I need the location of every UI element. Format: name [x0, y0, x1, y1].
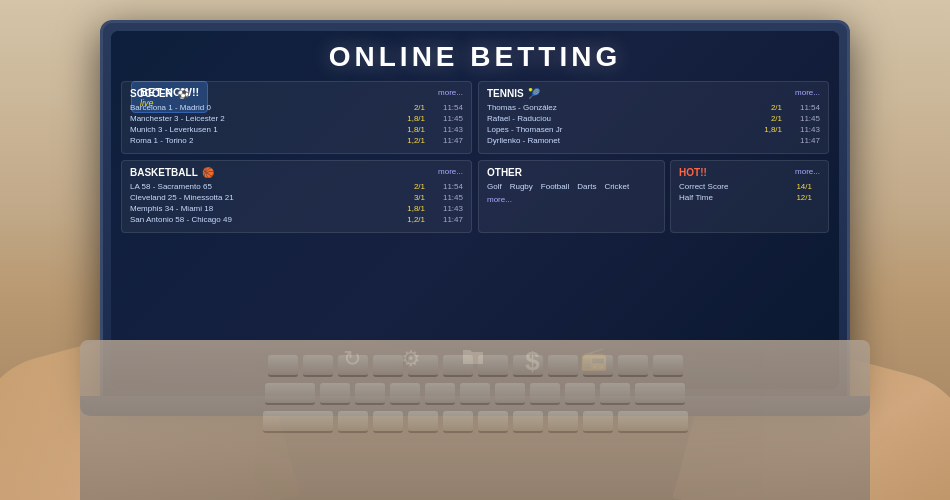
key[interactable] — [565, 383, 595, 405]
key[interactable] — [460, 383, 490, 405]
other-items: Golf Rugby Football Darts Cricket more..… — [487, 182, 656, 204]
hot-item-1: Correct Score 14/1 — [679, 182, 820, 191]
other-label: OTHER — [487, 167, 522, 178]
other-golf[interactable]: Golf — [487, 182, 502, 191]
basketball-match-2: Cleveland 25 - Minessotta 21 3/1 11:45 — [130, 193, 463, 202]
soccer-title: SOCCER ⚽ — [130, 88, 463, 99]
key[interactable] — [478, 411, 508, 433]
key[interactable] — [373, 411, 403, 433]
tennis-match-3: Lopes - Thomasen Jr 1,8/1 11:43 — [487, 125, 820, 134]
soccer-label: SOCCER — [130, 88, 173, 99]
key[interactable] — [513, 355, 543, 377]
key[interactable] — [265, 383, 315, 405]
soccer-panel: SOCCER ⚽ more... Barcelona 1 - Madrid 0 … — [121, 81, 472, 154]
basketball-match-3: Memphis 34 - Miami 18 1,8/1 11:43 — [130, 204, 463, 213]
basketball-label: BASKETBALL — [130, 167, 198, 178]
basketball-panel: BASKETBALL 🏀 more... LA 58 - Sacramento … — [121, 160, 472, 233]
tennis-more[interactable]: more... — [795, 88, 820, 97]
key[interactable] — [408, 355, 438, 377]
key[interactable] — [373, 355, 403, 377]
other-panel: OTHER Golf Rugby Football Darts Cricket … — [478, 160, 665, 233]
key[interactable] — [618, 411, 688, 433]
soccer-icon: ⚽ — [177, 88, 189, 99]
tennis-match-1: Thomas - González 2/1 11:54 — [487, 103, 820, 112]
other-rugby[interactable]: Rugby — [510, 182, 533, 191]
basketball-title: BASKETBALL 🏀 — [130, 167, 463, 178]
screen-bezel: ONLINE BETTING BET NOW!! live SOCCER ⚽ m… — [111, 31, 839, 389]
key[interactable] — [443, 411, 473, 433]
hot-more[interactable]: more... — [795, 167, 820, 176]
basketball-match-4: San Antonio 58 - Chicago 49 1,2/1 11:47 — [130, 215, 463, 224]
key[interactable] — [600, 383, 630, 405]
key[interactable] — [443, 355, 473, 377]
soccer-match-1: Barcelona 1 - Madrid 0 2/1 11:54 — [130, 103, 463, 112]
tennis-match-2: Rafael - Raduciou 2/1 11:45 — [487, 114, 820, 123]
basketball-more[interactable]: more... — [438, 167, 463, 176]
soccer-more[interactable]: more... — [438, 88, 463, 97]
key-row-3 — [100, 411, 850, 433]
soccer-match-3: Munich 3 - Leverkusen 1 1,8/1 11:43 — [130, 125, 463, 134]
basketball-match-1: LA 58 - Sacramento 65 2/1 11:54 — [130, 182, 463, 191]
key[interactable] — [263, 411, 333, 433]
hot-panel: HOT!! more... Correct Score 14/1 Half Ti… — [670, 160, 829, 233]
main-title: ONLINE BETTING — [121, 41, 829, 73]
key[interactable] — [268, 355, 298, 377]
tennis-panel: TENNIS 🎾 more... Thomas - González 2/1 1… — [478, 81, 829, 154]
key-row-1 — [100, 355, 850, 377]
key[interactable] — [548, 355, 578, 377]
tennis-title: TENNIS 🎾 — [487, 88, 820, 99]
main-scene: ONLINE BETTING BET NOW!! live SOCCER ⚽ m… — [0, 0, 950, 500]
key[interactable] — [583, 411, 613, 433]
other-darts[interactable]: Darts — [577, 182, 596, 191]
key[interactable] — [635, 383, 685, 405]
other-cricket[interactable]: Cricket — [604, 182, 629, 191]
key[interactable] — [653, 355, 683, 377]
key[interactable] — [478, 355, 508, 377]
key[interactable] — [425, 383, 455, 405]
soccer-match-2: Manchester 3 - Leicester 2 1,8/1 11:45 — [130, 114, 463, 123]
hot-item-2: Half Time 12/1 — [679, 193, 820, 202]
tennis-label: TENNIS — [487, 88, 524, 99]
key[interactable] — [583, 355, 613, 377]
key[interactable] — [320, 383, 350, 405]
other-hot-container: OTHER Golf Rugby Football Darts Cricket … — [478, 160, 829, 233]
key[interactable] — [390, 383, 420, 405]
key[interactable] — [355, 383, 385, 405]
soccer-match-4: Roma 1 - Torino 2 1,2/1 11:47 — [130, 136, 463, 145]
key[interactable] — [548, 411, 578, 433]
tennis-match-4: Dyrllenko - Ramonet 11:47 — [487, 136, 820, 145]
hot-label: HOT!! — [679, 167, 707, 178]
key-row-2 — [100, 383, 850, 405]
tennis-icon: 🎾 — [528, 88, 540, 99]
key[interactable] — [408, 411, 438, 433]
key[interactable] — [303, 355, 333, 377]
other-more[interactable]: more... — [487, 195, 512, 204]
key[interactable] — [530, 383, 560, 405]
key[interactable] — [338, 355, 368, 377]
key[interactable] — [618, 355, 648, 377]
key[interactable] — [513, 411, 543, 433]
basketball-icon: 🏀 — [202, 167, 214, 178]
key[interactable] — [338, 411, 368, 433]
key[interactable] — [495, 383, 525, 405]
keyboard-rows — [80, 340, 870, 448]
other-title: OTHER — [487, 167, 656, 178]
keyboard-area — [80, 340, 870, 500]
other-football[interactable]: Football — [541, 182, 569, 191]
screen-content: ONLINE BETTING BET NOW!! live SOCCER ⚽ m… — [111, 31, 839, 389]
